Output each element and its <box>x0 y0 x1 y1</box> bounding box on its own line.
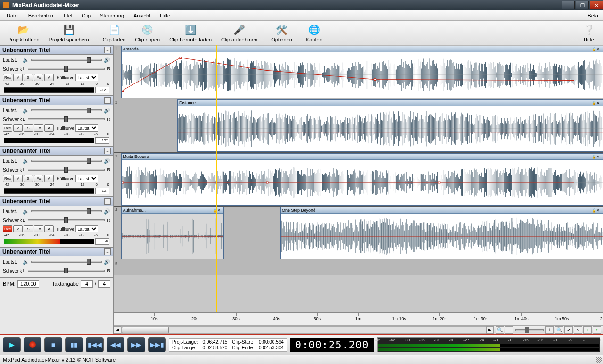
envelope-select[interactable]: Lautst. <box>75 225 98 232</box>
pause-button[interactable]: ▮▮ <box>65 337 83 352</box>
track-solo-button[interactable]: S <box>24 124 33 132</box>
track-automation-button[interactable]: A <box>44 124 54 132</box>
toolbar-help[interactable]: ❔Hilfe <box>578 22 600 43</box>
clip-lock-icon[interactable]: 🔒 <box>592 101 596 105</box>
menu-titel[interactable]: Titel <box>58 11 77 20</box>
zoom-out-button[interactable]: 🔍 <box>496 326 504 334</box>
track-record-arm-button[interactable]: Rec <box>3 74 12 81</box>
track-lane-2[interactable]: 2 Distance🔒✕ <box>114 99 603 153</box>
track-lane-5[interactable]: 5 <box>114 260 603 275</box>
pan-slider[interactable] <box>28 68 104 70</box>
zoom-fit-button[interactable]: 🔍 <box>555 326 563 334</box>
record-button[interactable] <box>24 337 41 352</box>
track-lane-4[interactable]: 4 Aufnahme...🔒✕ One Step Beyond🔒✕ <box>114 207 603 260</box>
track-fx-button[interactable]: Fx <box>34 74 43 81</box>
clip-close-icon[interactable]: ✕ <box>596 101 601 105</box>
zoom-all-button[interactable]: ⤡ <box>574 326 582 334</box>
menu-hilfe[interactable]: Hilfe <box>155 11 175 20</box>
track-mute-button[interactable]: M <box>13 74 23 81</box>
menu-steuerung[interactable]: Steuerung <box>95 11 129 20</box>
horizontal-scrollbar[interactable]: ◀ ▶ <box>114 326 494 334</box>
toolbar-open-project[interactable]: 📂Projekt öffnen <box>3 22 44 43</box>
window-maximize-button[interactable]: ❐ <box>576 1 589 9</box>
track-collapse-button[interactable]: – <box>104 248 111 255</box>
track-automation-button[interactable]: A <box>44 175 54 182</box>
time-ruler[interactable]: 10s20s30s40s50s1m1m:10s1m:20s1m:30s1m:40… <box>114 312 603 325</box>
scroll-right-button[interactable]: ▶ <box>486 326 494 334</box>
scrollbar-track[interactable] <box>121 326 486 334</box>
track-record-arm-button[interactable]: Rec <box>3 225 12 232</box>
zoom-slider[interactable] <box>515 329 544 331</box>
zoom-out-minus-button[interactable]: − <box>505 326 513 334</box>
track-collapse-button[interactable]: – <box>104 148 111 154</box>
clip-distance[interactable]: Distance🔒✕ <box>177 99 603 152</box>
resize-grip[interactable] <box>596 357 602 363</box>
envelope-select[interactable]: Lautst. <box>75 74 98 81</box>
track-record-arm-button[interactable]: Rec <box>3 124 12 132</box>
pan-slider[interactable] <box>28 118 104 120</box>
pan-slider[interactable] <box>28 219 104 221</box>
play-button[interactable]: ▶ <box>3 337 21 352</box>
clip-close-icon[interactable]: ✕ <box>217 208 222 213</box>
timesig-denom-input[interactable] <box>98 280 110 288</box>
scroll-left-button[interactable]: ◀ <box>114 326 121 334</box>
clip-aufnahme[interactable]: Aufnahme...🔒✕ <box>121 207 224 259</box>
track-fx-button[interactable]: Fx <box>34 225 43 232</box>
zoom-slider-thumb[interactable] <box>525 327 529 333</box>
track-collapse-button[interactable]: – <box>104 198 111 205</box>
lane-grow-button[interactable]: ↑ <box>593 326 601 334</box>
track-fx-button[interactable]: Fx <box>34 175 43 182</box>
track-collapse-button[interactable]: – <box>104 47 111 53</box>
clip-close-icon[interactable]: ✕ <box>596 47 601 51</box>
toolbar-save-project[interactable]: 💾Projekt speichern <box>44 22 94 43</box>
toolbar-buy[interactable]: 🌐Kaufen <box>301 22 327 43</box>
track-solo-button[interactable]: S <box>24 225 33 232</box>
clip-close-icon[interactable]: ✕ <box>596 155 601 159</box>
volume-slider[interactable] <box>31 210 102 212</box>
volume-slider[interactable] <box>31 59 102 61</box>
envelope-select[interactable]: Lautst. <box>75 124 98 132</box>
clip-close-icon[interactable]: ✕ <box>596 208 601 213</box>
menu-ansicht[interactable]: Ansicht <box>129 11 155 20</box>
track-mute-button[interactable]: M <box>13 175 23 182</box>
envelope-select[interactable]: Lautst. <box>75 175 98 182</box>
track-solo-button[interactable]: S <box>24 175 33 182</box>
zoom-in-plus-button[interactable]: + <box>545 326 554 334</box>
forward-button[interactable]: ▶▶ <box>127 337 145 352</box>
toolbar-record-clip[interactable]: 🎤Clip aufnehmen <box>216 22 262 43</box>
rewind-start-button[interactable]: ▮◀◀ <box>86 337 104 352</box>
volume-slider[interactable] <box>31 109 102 111</box>
clip-lock-icon[interactable]: 🔒 <box>592 208 596 213</box>
scrollbar-thumb[interactable] <box>122 327 169 333</box>
lane-shrink-button[interactable]: ↓ <box>583 326 592 334</box>
track-automation-button[interactable]: A <box>44 74 54 81</box>
zoom-selection-button[interactable]: ⤢ <box>564 326 573 334</box>
menu-datei[interactable]: Datei <box>2 11 24 20</box>
clip-muita-bobeira[interactable]: Muita Bobeira🔒✕ <box>121 153 603 206</box>
window-close-button[interactable]: ✕ <box>590 1 603 9</box>
pan-slider[interactable] <box>28 270 104 272</box>
track-mute-button[interactable]: M <box>13 124 23 132</box>
forward-end-button[interactable]: ▶▶▮ <box>148 337 166 352</box>
track-lane-3[interactable]: 3 Muita Bobeira🔒✕ <box>114 153 603 207</box>
volume-slider[interactable] <box>31 160 102 162</box>
track-solo-button[interactable]: S <box>24 74 33 81</box>
toolbar-load-clip[interactable]: 📄Clip laden <box>98 22 131 43</box>
toolbar-download-clip[interactable]: ⬇️Clip herunterladen <box>165 22 216 43</box>
playhead[interactable] <box>216 45 217 312</box>
timeline-lanes[interactable]: 1 Amanda🔒✕ 2 Distance🔒✕ <box>114 45 603 312</box>
volume-slider[interactable] <box>31 261 102 263</box>
track-record-arm-button[interactable]: Rec <box>3 175 12 182</box>
window-minimize-button[interactable]: _ <box>562 1 575 9</box>
clip-lock-icon[interactable]: 🔒 <box>592 155 596 159</box>
clip-one-step-beyond[interactable]: One Step Beyond🔒✕ <box>280 207 603 259</box>
toolbar-rip-clip[interactable]: 💿Clip rippen <box>131 22 165 43</box>
clip-amanda[interactable]: Amanda🔒✕ <box>121 46 603 98</box>
track-automation-button[interactable]: A <box>44 225 54 232</box>
clip-lock-icon[interactable]: 🔒 <box>592 47 596 51</box>
track-fx-button[interactable]: Fx <box>34 124 43 132</box>
menu-bearbeiten[interactable]: Bearbeiten <box>24 11 58 20</box>
toolbar-options[interactable]: 🛠️Optionen <box>266 22 297 43</box>
bpm-input[interactable] <box>17 280 39 288</box>
rewind-button[interactable]: ◀◀ <box>107 337 124 352</box>
